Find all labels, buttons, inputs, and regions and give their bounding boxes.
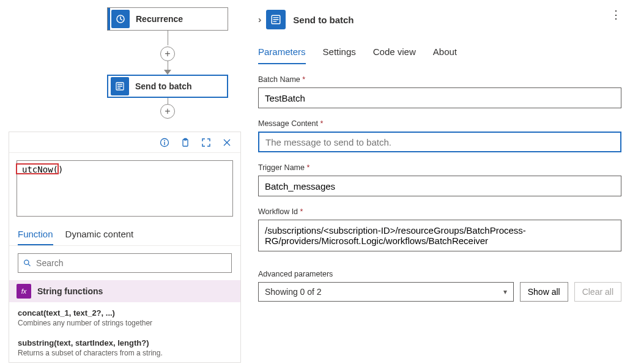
field-batch-name: Batch Name * — [258, 75, 621, 108]
expression-tabs: Function Dynamic content — [9, 223, 240, 246]
node-stripe — [108, 8, 110, 30]
message-content-input[interactable] — [258, 132, 621, 152]
field-message-content: Message Content * — [258, 119, 621, 152]
field-label: Message Content * — [258, 119, 621, 128]
field-trigger-name: Trigger Name * — [258, 163, 621, 196]
node-recurrence[interactable]: Recurrence — [107, 7, 228, 31]
svg-rect-4 — [164, 142, 165, 145]
connector — [168, 31, 168, 45]
node-send-to-batch[interactable]: Send to batch — [107, 75, 228, 98]
arrow-icon — [164, 70, 171, 75]
add-step-button[interactable]: + — [160, 46, 175, 61]
tab-code-view[interactable]: Code view — [373, 46, 416, 64]
chevron-down-icon: ▾ — [503, 288, 507, 296]
field-label: Trigger Name * — [258, 163, 621, 172]
field-label: Workflow Id * — [258, 207, 621, 216]
category-title: String functions — [37, 286, 103, 296]
batch-name-input[interactable] — [258, 87, 621, 108]
clock-icon — [111, 10, 130, 28]
workflow-canvas: Recurrence + Send to batch + — [0, 0, 250, 128]
fx-icon: fx — [17, 284, 31, 299]
clipboard-icon[interactable] — [180, 138, 190, 147]
expand-icon[interactable] — [201, 138, 211, 147]
expression-input[interactable] — [17, 160, 233, 217]
tab-function[interactable]: Function — [18, 229, 53, 245]
expression-panel: Function Dynamic content fx String funct… — [9, 132, 241, 363]
advanced-select[interactable]: Showing 0 of 2 ▾ — [258, 282, 514, 302]
detail-pane: ›› Send to batch ⋮ Parameters Settings C… — [250, 0, 630, 364]
detail-header: ›› Send to batch — [258, 7, 621, 32]
more-menu-icon[interactable]: ⋮ — [610, 13, 621, 16]
tab-parameters[interactable]: Parameters — [258, 46, 306, 64]
function-item-substring[interactable]: substring(text, startIndex, length?) Ret… — [9, 332, 240, 362]
close-icon[interactable] — [222, 138, 232, 147]
function-item-concat[interactable]: concat(text_1, text_2?, ...) Combines an… — [9, 302, 240, 332]
tab-about[interactable]: About — [433, 46, 457, 64]
function-description: Returns a subset of characters from a st… — [18, 349, 232, 357]
trigger-name-input[interactable] — [258, 176, 621, 196]
batch-icon — [266, 10, 286, 29]
function-category-string[interactable]: fx String functions — [9, 280, 240, 302]
search-input[interactable] — [36, 258, 226, 268]
batch-icon — [111, 77, 129, 95]
search-input-wrap[interactable] — [18, 253, 232, 273]
search-wrap — [9, 246, 240, 280]
node-label: Recurrence — [136, 14, 183, 24]
add-step-button[interactable]: + — [160, 104, 175, 119]
node-label: Send to batch — [135, 81, 192, 91]
select-text: Showing 0 of 2 — [265, 287, 322, 297]
tab-dynamic-content[interactable]: Dynamic content — [65, 229, 134, 245]
workflow-id-input[interactable] — [258, 220, 621, 251]
show-all-button[interactable]: Show all — [520, 282, 568, 302]
connector — [168, 98, 168, 104]
collapse-icon[interactable]: ›› — [258, 15, 259, 24]
field-workflow-id: Workflow Id * — [258, 207, 621, 254]
function-signature: substring(text, startIndex, length?) — [18, 338, 232, 347]
search-icon — [23, 259, 31, 267]
function-description: Combines any number of strings together — [18, 319, 232, 327]
expression-toolbar — [9, 132, 240, 153]
advanced-parameters-row: Advanced parameters Showing 0 of 2 ▾ Sho… — [258, 270, 621, 302]
svg-point-3 — [164, 140, 165, 141]
tab-settings[interactable]: Settings — [323, 46, 356, 64]
connector — [168, 61, 168, 70]
advanced-label: Advanced parameters — [258, 270, 514, 278]
info-icon[interactable] — [160, 138, 169, 147]
svg-point-7 — [24, 260, 29, 264]
clear-all-button[interactable]: Clear all — [574, 282, 621, 302]
detail-title: Send to batch — [293, 15, 354, 25]
function-signature: concat(text_1, text_2?, ...) — [18, 308, 232, 318]
field-label: Batch Name * — [258, 75, 621, 84]
detail-tabs: Parameters Settings Code view About — [258, 46, 621, 64]
